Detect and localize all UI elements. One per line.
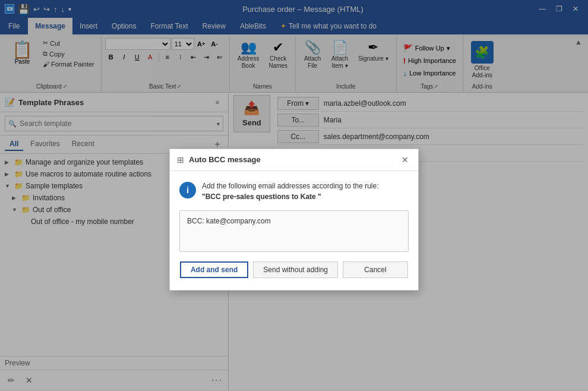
modal-close-button[interactable]: ✕: [399, 154, 411, 166]
modal-footer: Add and send Send without adding Cancel: [179, 261, 409, 280]
send-without-adding-button[interactable]: Send without adding: [253, 261, 338, 278]
modal-bcc-box: BCC: kate@company.com: [179, 210, 409, 252]
modal-body: i Add the following email addresses acco…: [170, 171, 418, 290]
bcc-address: BCC: kate@company.com: [187, 217, 271, 225]
cancel-button[interactable]: Cancel: [343, 261, 408, 278]
modal-app-icon: ⊞: [177, 155, 184, 165]
modal-title: Auto BCC message: [189, 155, 394, 164]
modal-message: Add the following email addresses accord…: [202, 181, 379, 202]
add-and-send-button[interactable]: Add and send: [180, 261, 248, 278]
modal-rule-name: "BCC pre-sales questions to Kate ": [202, 193, 321, 201]
modal-overlay: ⊞ Auto BCC message ✕ i Add the following…: [0, 0, 588, 391]
info-icon: i: [179, 182, 196, 198]
modal-titlebar: ⊞ Auto BCC message ✕: [170, 149, 418, 171]
modal-info-row: i Add the following email addresses acco…: [179, 181, 409, 202]
auto-bcc-modal: ⊞ Auto BCC message ✕ i Add the following…: [169, 149, 419, 291]
